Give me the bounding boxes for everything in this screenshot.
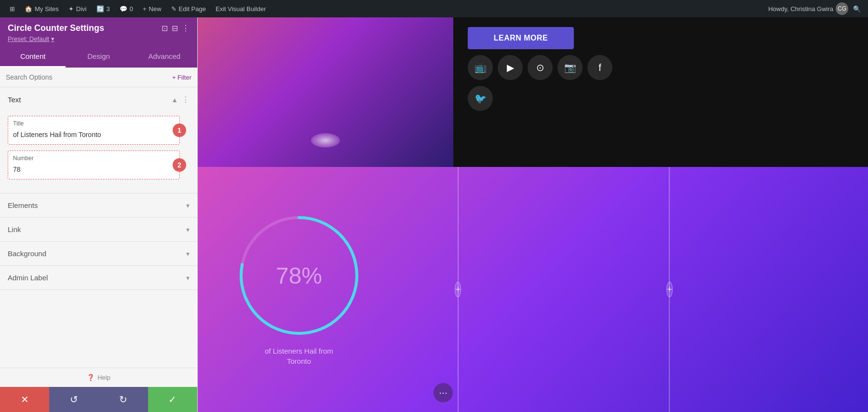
updates-item[interactable]: 🔄 3 [92, 0, 115, 17]
search-icon[interactable]: 🔍 [851, 2, 863, 15]
admin-bar-right: Howdy, Christina Gwira CG 🔍 [768, 2, 863, 15]
exit-builder-item[interactable]: Exit Visual Builder [211, 0, 271, 17]
search-input[interactable] [6, 72, 168, 82]
filter-button[interactable]: + Filter [172, 74, 191, 81]
divi-icon: ✦ [68, 5, 74, 13]
admin-label-section-title: Admin Label [8, 274, 48, 282]
social-icons-row-2: 🐦 [468, 86, 854, 111]
edit-page-item[interactable]: ✎ Edit Page [166, 0, 211, 17]
social-icons-row-1: 📺 ▶ ⊙ 📷 f [468, 55, 854, 80]
wp-logo-item[interactable]: ⊞ [5, 0, 20, 17]
number-badge: 2 [173, 158, 186, 172]
my-sites-item[interactable]: 🏠 My Sites [20, 0, 64, 17]
layout-icon[interactable]: ⊟ [172, 24, 178, 33]
panel-tabs: Content Design Advanced [0, 46, 197, 68]
facebook-icon[interactable]: f [587, 55, 612, 80]
text-section-actions: ▲ ⋮ [171, 95, 190, 104]
user-avatar[interactable]: CG [836, 2, 848, 15]
text-more-icon[interactable]: ⋮ [182, 95, 190, 104]
learn-more-button[interactable]: LEARN MORE [468, 27, 574, 49]
background-section-header[interactable]: Background ▾ [0, 242, 197, 265]
new-item[interactable]: + New [138, 0, 166, 17]
help-label: Help [97, 374, 110, 381]
admin-label-section: Admin Label ▾ [0, 266, 197, 290]
link-chevron-icon[interactable]: ▾ [186, 226, 190, 233]
filter-label: + Filter [172, 74, 191, 81]
comments-item[interactable]: 💬 0 [115, 0, 138, 17]
divi-divider-1: + [458, 167, 459, 412]
panel-actions: ✕ ↺ ↻ ✓ [0, 387, 197, 412]
title-field-input[interactable] [13, 130, 175, 139]
left-panel: Circle Counter Settings ⊡ ⊟ ⋮ Preset: De… [0, 17, 198, 412]
preview-top: LEARN MORE 📺 ▶ ⊙ 📷 f [198, 17, 868, 167]
text-section-content: Title 1 Number 2 [0, 112, 197, 193]
tab-design-label: Design [87, 52, 110, 60]
circle-label: of Listeners Hail fromToronto [265, 346, 333, 366]
tab-advanced[interactable]: Advanced [132, 46, 197, 68]
text-section-title: Text [8, 96, 21, 104]
more-icon[interactable]: ⋮ [182, 24, 190, 33]
my-sites-label: My Sites [35, 5, 59, 13]
text-collapse-icon[interactable]: ▲ [171, 96, 178, 104]
home-icon: 🏠 [25, 5, 32, 13]
redo-button[interactable]: ↻ [99, 387, 148, 412]
title-field-label: Title [13, 120, 175, 127]
tab-advanced-label: Advanced [148, 52, 180, 60]
main-layout: Circle Counter Settings ⊡ ⊟ ⋮ Preset: De… [0, 17, 868, 412]
help-icon: ❓ [87, 374, 95, 381]
cancel-button[interactable]: ✕ [0, 387, 49, 412]
confirm-button[interactable]: ✓ [148, 387, 197, 412]
divi-label: Divi [76, 5, 87, 13]
title-badge: 1 [173, 124, 186, 137]
confirm-icon: ✓ [168, 394, 176, 405]
panel-preset: Preset: Default ▾ [8, 35, 190, 42]
preview-image-area [198, 17, 453, 167]
link-section-header[interactable]: Link ▾ [0, 218, 197, 241]
panel-title-row: Circle Counter Settings ⊡ ⊟ ⋮ [8, 23, 190, 33]
new-label: New [149, 5, 162, 13]
elements-chevron-icon[interactable]: ▾ [186, 202, 190, 209]
panel-search: + Filter [0, 68, 197, 87]
divi-divider-2: + [669, 167, 670, 412]
text-section: Text ▲ ⋮ Title 1 Number [0, 87, 197, 193]
wp-admin-bar: ⊞ 🏠 My Sites ✦ Divi 🔄 3 💬 0 + New ✎ Edit… [0, 0, 868, 17]
tab-design[interactable]: Design [66, 46, 131, 68]
instagram-icon[interactable]: 📷 [557, 55, 583, 80]
new-icon: + [143, 5, 147, 13]
divi-add-button-1[interactable]: + [455, 282, 461, 297]
edit-page-label: Edit Page [179, 5, 206, 13]
sync-icon[interactable]: ⊡ [162, 24, 168, 33]
link-section: Link ▾ [0, 218, 197, 242]
background-chevron-icon[interactable]: ▾ [186, 250, 190, 258]
youtube-icon[interactable]: ▶ [498, 55, 523, 80]
divi-add-button-2[interactable]: + [666, 282, 673, 297]
admin-label-section-header[interactable]: Admin Label ▾ [0, 266, 197, 289]
number-field-input[interactable] [13, 165, 175, 174]
help-button[interactable]: ❓ Help [0, 368, 197, 387]
undo-button[interactable]: ↺ [49, 387, 98, 412]
text-section-header[interactable]: Text ▲ ⋮ [0, 87, 197, 112]
elements-section-title: Elements [8, 201, 38, 209]
preset-chevron: ▾ [51, 35, 54, 42]
twitter-icon[interactable]: 🐦 [468, 86, 493, 111]
panel-title-icons: ⊡ ⊟ ⋮ [162, 24, 190, 33]
panel-title: Circle Counter Settings [8, 23, 104, 33]
tab-content[interactable]: Content [0, 46, 66, 68]
edit-page-icon: ✎ [171, 5, 176, 13]
circle-counter: 78% [236, 213, 362, 338]
patreon-icon[interactable]: ⊙ [528, 55, 553, 80]
background-section-title: Background [8, 249, 46, 258]
divi-item[interactable]: ✦ Divi [64, 0, 92, 17]
updates-count: 3 [107, 5, 110, 13]
circle-counter-wrapper: 78% of Listeners Hail fromToronto [236, 213, 362, 366]
more-options-button[interactable]: ⋯ [434, 383, 453, 402]
admin-label-chevron-icon[interactable]: ▾ [186, 274, 190, 282]
preview-image [198, 17, 453, 167]
twitch-icon[interactable]: 📺 [468, 55, 493, 80]
elements-section-header[interactable]: Elements ▾ [0, 193, 197, 217]
link-section-title: Link [8, 225, 21, 233]
comments-icon: 💬 [120, 5, 127, 13]
preview-social: LEARN MORE 📺 ▶ ⊙ 📷 f [453, 17, 868, 167]
comments-count: 0 [130, 5, 133, 13]
panel-header: Circle Counter Settings ⊡ ⊟ ⋮ Preset: De… [0, 17, 197, 46]
